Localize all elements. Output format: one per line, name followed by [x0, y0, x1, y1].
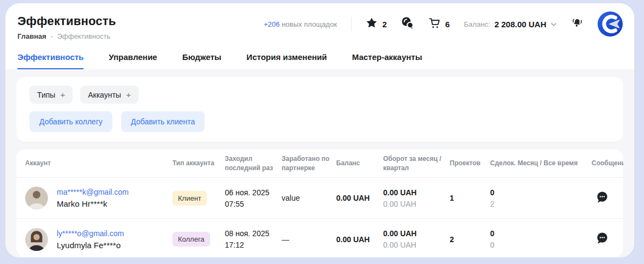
tab-budgets[interactable]: Бюджеты	[182, 52, 222, 69]
action-buttons-row: Добавить коллегу Добавить клиента	[29, 111, 610, 132]
account-identity: ly*****o@gmail.com Lyudmyla Fe****o	[57, 229, 124, 250]
content-area: Типы + Аккаунты + Добавить коллегу Добав…	[5, 69, 634, 257]
cart-button[interactable]: 6	[428, 17, 450, 32]
bell-icon	[570, 16, 583, 32]
new-sites-link[interactable]: +206 новых площадок	[264, 20, 337, 28]
col-last-login: Заходил последний раз	[225, 154, 282, 172]
col-balance: Баланс	[336, 159, 383, 167]
table-row: ma*****k@gmail.com Marko Hr****k Клиент …	[16, 178, 623, 219]
turnover-quarter: 0.00 UAH	[383, 200, 443, 208]
turnover-month: 0.00 UAH	[383, 188, 443, 197]
chat-button[interactable]	[401, 16, 414, 32]
turnover-cell: 0.00 UAH 0.00 UAH	[383, 188, 450, 208]
account-email-link[interactable]: ma*****k@gmail.com	[57, 188, 129, 196]
account-name: Lyudmyla Fe****o	[57, 241, 124, 250]
turnover-month: 0.00 UAH	[383, 229, 443, 238]
account-type-cell: Клиент	[172, 191, 225, 206]
col-projects: Проектов	[450, 159, 490, 167]
plus-icon: +	[126, 90, 131, 99]
turnover-cell: 0.00 UAH 0.00 UAH	[383, 229, 450, 249]
projects-cell: 1	[450, 194, 490, 202]
breadcrumb-current: Эффективность	[57, 32, 111, 40]
last-login-time: 17:12	[225, 241, 275, 249]
account-type-badge: Коллега	[172, 232, 210, 247]
last-login-date: 08 ноя. 2025	[225, 229, 275, 238]
partner-earnings-cell: —	[282, 235, 336, 244]
table-header-row: Аккаунт Тип аккаунта Заходил последний р…	[16, 149, 623, 178]
account-type-badge: Клиент	[172, 191, 207, 206]
new-sites-label: новых площадок	[282, 20, 337, 28]
favorites-count: 2	[382, 20, 386, 29]
col-account-type: Тип аккаунта	[172, 159, 225, 167]
deals-cell: 0 2	[490, 188, 592, 208]
toolbar-divider	[351, 17, 351, 31]
tab-bar: Эффективность Управление Бюджеты История…	[5, 52, 634, 69]
filter-chip-accounts-label: Аккаунты	[88, 91, 121, 99]
deals-all-time: 2	[490, 200, 585, 208]
avatar	[25, 187, 48, 209]
tab-master-accounts[interactable]: Мастер-аккаунты	[352, 52, 422, 69]
filter-chip-accounts[interactable]: Аккаунты +	[80, 86, 139, 104]
col-turnover: Оборот за месяц / квартал	[383, 154, 450, 172]
plus-icon: +	[60, 90, 65, 99]
star-icon	[366, 17, 378, 31]
col-partner-earnings: Заработано по партнерке	[282, 154, 336, 172]
accounts-table-card: Аккаунт Тип аккаунта Заходил последний р…	[16, 149, 623, 257]
add-client-button[interactable]: Добавить клиента	[121, 111, 205, 132]
header-toolbar: +206 новых площадок 2	[264, 11, 623, 37]
main-page: Эффективность Главная • Эффективность +2…	[5, 3, 634, 257]
deals-month: 0	[490, 188, 585, 197]
cart-count: 6	[445, 20, 450, 29]
tab-effectiveness[interactable]: Эффективность	[17, 52, 84, 69]
breadcrumb-separator: •	[51, 33, 53, 40]
account-cell: ma*****k@gmail.com Marko Hr****k	[25, 187, 172, 209]
deals-all-time: 0	[490, 241, 585, 249]
table-row: ly*****o@gmail.com Lyudmyla Fe****o Колл…	[16, 219, 623, 257]
last-login-date: 06 ноя. 2025	[225, 188, 275, 197]
last-login-cell: 08 ноя. 2025 17:12	[225, 229, 282, 249]
filter-chip-types-label: Типы	[37, 91, 55, 99]
col-messages: Сообщения	[592, 159, 623, 167]
app-logo[interactable]	[597, 11, 623, 37]
filter-chip-types[interactable]: Типы +	[29, 86, 73, 104]
add-colleague-button[interactable]: Добавить коллегу	[29, 111, 112, 132]
balance-value: 2 208.00 UAH	[494, 20, 546, 29]
breadcrumb-home[interactable]: Главная	[17, 32, 46, 40]
avatar	[25, 228, 48, 251]
chat-bubbles-icon	[401, 16, 414, 32]
last-login-cell: 06 ноя. 2025 07:55	[225, 188, 282, 208]
favorites-button[interactable]: 2	[366, 17, 386, 31]
account-email-link[interactable]: ly*****o@gmail.com	[57, 229, 124, 238]
deals-cell: 0 0	[490, 229, 592, 249]
col-deals: Сделок. Месяц / Все время	[490, 159, 592, 167]
message-bubble-icon	[595, 190, 610, 207]
balance-label: Баланс:	[464, 20, 490, 28]
message-button[interactable]	[592, 190, 616, 207]
account-type-cell: Коллега	[172, 232, 225, 247]
tab-change-history[interactable]: История изменений	[247, 52, 327, 69]
account-cell: ly*****o@gmail.com Lyudmyla Fe****o	[25, 228, 172, 251]
account-name: Marko Hr****k	[57, 199, 129, 208]
new-sites-count: +206	[264, 20, 279, 28]
col-account: Аккаунт	[25, 159, 172, 167]
message-bubble-icon	[595, 231, 610, 248]
deals-month: 0	[490, 229, 585, 238]
cart-icon	[428, 17, 441, 32]
filter-chips-row: Типы + Аккаунты +	[29, 86, 610, 104]
last-login-time: 07:55	[225, 200, 275, 208]
message-button[interactable]	[592, 231, 616, 248]
notifications-button[interactable]	[570, 16, 583, 32]
balance-cell: 0.00 UAH	[336, 194, 383, 202]
partner-earnings-cell: value	[282, 194, 336, 202]
balance-cell: 0.00 UAH	[336, 235, 383, 244]
projects-cell: 2	[450, 235, 490, 244]
filters-card: Типы + Аккаунты + Добавить коллегу Добав…	[16, 77, 623, 142]
tab-management[interactable]: Управление	[109, 52, 157, 69]
balance-dropdown[interactable]: Баланс: 2 208.00 UAH	[464, 19, 557, 29]
chevron-down-icon	[551, 19, 557, 29]
turnover-quarter: 0.00 UAH	[383, 241, 443, 249]
page-header: Эффективность Главная • Эффективность +2…	[5, 3, 634, 40]
account-identity: ma*****k@gmail.com Marko Hr****k	[57, 188, 129, 208]
